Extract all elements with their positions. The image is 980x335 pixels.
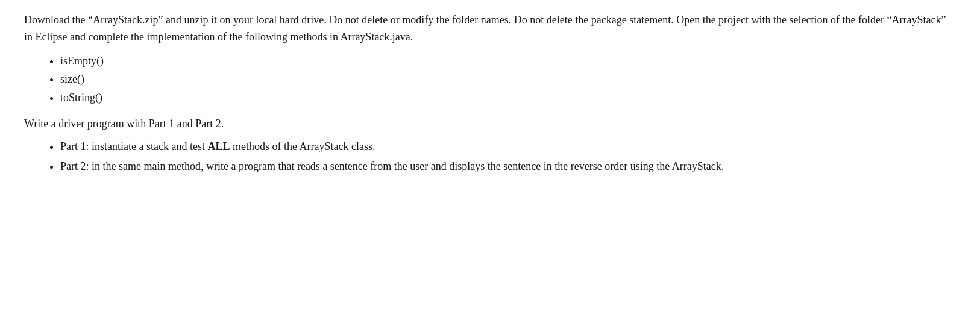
driver-paragraph: Write a driver program with Part 1 and P… (24, 116, 956, 133)
part2-item: Part 2: in the same main method, write a… (60, 158, 956, 175)
parts-list: Part 1: instantiate a stack and test ALL… (60, 138, 956, 175)
part1-bold-text: ALL (207, 140, 230, 152)
intro-paragraph: Download the “ArrayStack.zip” and unzip … (24, 12, 956, 46)
part1-text-before-bold: instantiate a stack and test (92, 140, 207, 152)
part1-text-after-bold: methods of the ArrayStack class. (230, 140, 375, 152)
part1-label: Part 1: (60, 140, 89, 152)
methods-list: isEmpty() size() toString() (60, 52, 956, 107)
part1-item: Part 1: instantiate a stack and test ALL… (60, 138, 956, 155)
list-item: toString() (60, 89, 956, 107)
list-item: size() (60, 70, 956, 89)
list-item: isEmpty() (60, 52, 956, 70)
part2-label: Part 2: (60, 160, 89, 172)
part2-text: in the same main method, write a program… (92, 160, 724, 172)
